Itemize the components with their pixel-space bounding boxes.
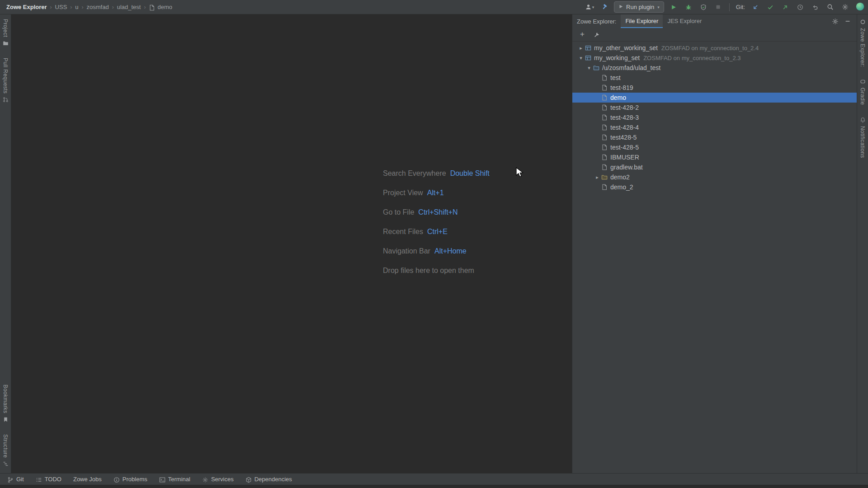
hint-shortcut[interactable]: Alt+Home — [434, 247, 467, 255]
file-icon — [149, 5, 155, 11]
tool-window-button-git[interactable]: Git — [7, 476, 24, 483]
tree-row-test-428-5[interactable]: test-428-5 — [572, 142, 857, 152]
bug-icon — [685, 4, 692, 10]
gear-icon — [842, 4, 849, 10]
settings-button[interactable] — [840, 2, 850, 13]
run-configuration-dropdown[interactable]: Run plugin ▾ — [614, 1, 664, 13]
hint-line: Go to FileCtrl+Shift+N — [383, 202, 490, 222]
tree-item-label: my_working_set — [594, 54, 640, 61]
hammer-icon — [601, 4, 608, 10]
clock-icon — [797, 4, 803, 10]
tree-row-gradlew-bat[interactable]: gradlew.bat — [572, 162, 857, 172]
tree-row-test[interactable]: test — [572, 73, 857, 83]
tree-row-test-819[interactable]: test-819 — [572, 83, 857, 93]
add-working-set-button[interactable]: + — [577, 29, 588, 40]
debug-button[interactable] — [683, 2, 694, 13]
rollback-button[interactable] — [810, 2, 821, 13]
chevron-down-icon: ▾ — [592, 5, 594, 9]
hint-line: Recent FilesCtrl+E — [383, 222, 490, 241]
breadcrumb-item-demo[interactable]: demo — [157, 4, 172, 10]
tool-window-button-services[interactable]: Services — [202, 476, 234, 483]
hint-shortcut[interactable]: Double Shift — [450, 169, 490, 178]
tree-row-demo-2[interactable]: demo_2 — [572, 182, 857, 192]
chevron-down-icon[interactable]: ▾ — [577, 55, 585, 61]
git-commit-button[interactable] — [765, 2, 776, 13]
file-icon — [601, 144, 610, 150]
stripe-button-structure[interactable]: Structure — [2, 434, 9, 467]
tree-row-my-working-set[interactable]: ▾my_working_setZOSMFAD on my_connection_… — [572, 53, 857, 63]
panel-tools-button[interactable] — [591, 29, 602, 40]
wrench-icon — [594, 32, 600, 38]
tree-row-demo2[interactable]: ▸demo2 — [572, 172, 857, 182]
folder-icon — [601, 174, 610, 180]
run-button[interactable] — [668, 2, 679, 13]
stripe-button-notifications[interactable]: Notifications — [859, 117, 866, 158]
stripe-button-pull-requests[interactable]: Pull Requests — [2, 58, 9, 103]
tool-window-button-terminal[interactable]: Terminal — [159, 476, 190, 483]
zowe-explorer-panel: Zowe Explorer: File ExplorerJES Explorer… — [572, 14, 857, 473]
git-branch-icon — [7, 477, 14, 483]
tree-row-u-zosmfad-ulad-test[interactable]: ▾/u/zosmfad/ulad_test — [572, 63, 857, 73]
build-project-button[interactable] — [599, 2, 610, 13]
stripe-label: Zowe Explorer: — [859, 28, 866, 67]
stripe-button-project[interactable]: Project — [2, 19, 9, 46]
breadcrumb-item-ulad-test[interactable]: ulad_test — [117, 4, 141, 10]
history-button[interactable] — [795, 2, 806, 13]
hint-shortcut[interactable]: Ctrl+E — [427, 228, 448, 236]
stripe-button-gradle[interactable]: Gradle — [859, 79, 866, 105]
run-config-icon — [618, 4, 623, 10]
hint-label: Project View — [383, 189, 423, 197]
breadcrumb-separator: › — [50, 4, 52, 10]
tool-window-button-dependencies[interactable]: Dependencies — [245, 476, 292, 483]
tree-item-label: /u/zosmfad/ulad_test — [602, 64, 660, 71]
panel-settings-button[interactable] — [830, 16, 840, 27]
stop-button[interactable] — [713, 2, 724, 13]
breadcrumb-item-zowe-explorer[interactable]: Zowe Explorer — [6, 4, 47, 10]
file-icon — [601, 75, 610, 81]
check-icon — [767, 4, 774, 10]
breadcrumb-item-u[interactable]: u — [75, 4, 78, 10]
git-label: Git: — [736, 4, 745, 10]
coverage-button[interactable] — [698, 2, 709, 13]
minus-icon — [844, 18, 851, 24]
breadcrumb-separator: › — [144, 4, 146, 10]
user-menu-button[interactable]: ▾ — [584, 2, 595, 13]
panel-hide-button[interactable] — [842, 16, 853, 27]
stripe-button-bookmarks[interactable]: Bookmarks — [2, 385, 9, 422]
services-icon — [202, 477, 208, 483]
user-avatar[interactable] — [856, 2, 864, 12]
tab-file-explorer[interactable]: File Explorer — [621, 14, 663, 28]
breadcrumb-item-zosmfad[interactable]: zosmfad — [87, 4, 109, 10]
ide-window: Zowe Explorer›USS›u›zosmfad›ulad_test›de… — [0, 0, 868, 488]
search-everywhere-button[interactable] — [825, 2, 835, 13]
panel-title: Zowe Explorer: — [577, 18, 616, 25]
chevron-right-icon[interactable]: ▸ — [577, 45, 585, 51]
git-push-button[interactable] — [780, 2, 791, 13]
breadcrumb-item-uss[interactable]: USS — [55, 4, 67, 10]
tree-row-demo[interactable]: demo — [572, 93, 857, 103]
git-update-button[interactable] — [750, 2, 761, 13]
tree-row-test-428-4[interactable]: test-428-4 — [572, 122, 857, 132]
stripe-button-zowe-explorer[interactable]: Zowe Explorer: — [859, 19, 866, 67]
tool-window-button-problems[interactable]: Problems — [113, 476, 147, 483]
hint-shortcut[interactable]: Ctrl+Shift+N — [418, 208, 458, 216]
pull-requests-icon — [3, 97, 9, 103]
tool-window-button-todo[interactable]: TODO — [36, 476, 61, 483]
chevron-down-icon[interactable]: ▾ — [585, 65, 593, 71]
chevron-right-icon[interactable]: ▸ — [593, 174, 601, 180]
breadcrumb-separator: › — [112, 4, 114, 10]
chevron-down-icon: ▾ — [657, 5, 660, 9]
tool-window-button-zowe-jobs[interactable]: Zowe Jobs — [73, 476, 102, 483]
tree-row-test-428-3[interactable]: test-428-3 — [572, 113, 857, 122]
hint-shortcut[interactable]: Alt+1 — [427, 189, 444, 197]
tab-jes-explorer[interactable]: JES Explorer — [663, 14, 706, 28]
tree-row-ibmuser[interactable]: IBMUSER — [572, 152, 857, 162]
tree-item-suffix: ZOSMFAD on my_connection_to_2.4 — [661, 45, 759, 52]
shield-icon — [700, 4, 707, 10]
tool-window-label: Terminal — [168, 476, 190, 483]
tree-row-test428-5[interactable]: test428-5 — [572, 132, 857, 142]
avatar-icon — [856, 2, 864, 12]
tool-window-label: Services — [211, 476, 234, 483]
tree-row-test-428-2[interactable]: test-428-2 — [572, 103, 857, 113]
tree-row-my-other-working-set[interactable]: ▸my_other_working_setZOSMFAD on my_conne… — [572, 43, 857, 53]
